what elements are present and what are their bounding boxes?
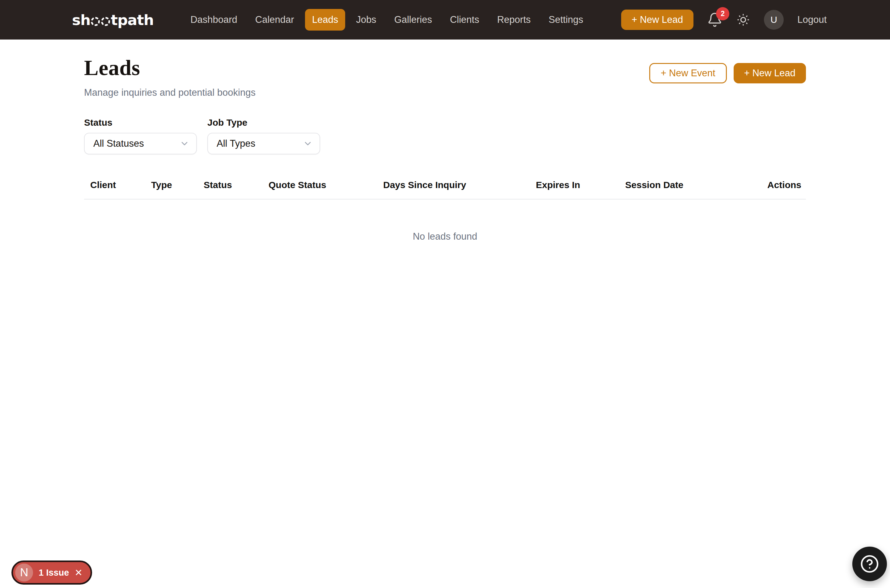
page-header-actions: + New Event + New Lead bbox=[649, 63, 806, 83]
close-icon[interactable]: ✕ bbox=[74, 568, 83, 578]
nextjs-logo-icon: N bbox=[15, 564, 33, 582]
status-filter-select[interactable]: All Statuses bbox=[84, 133, 197, 154]
theme-toggle[interactable] bbox=[736, 13, 750, 27]
new-event-button[interactable]: + New Event bbox=[649, 63, 727, 83]
col-actions: Actions bbox=[727, 180, 806, 199]
page-header: Leads Manage inquiries and potential boo… bbox=[84, 56, 806, 98]
empty-state-message: No leads found bbox=[84, 199, 806, 261]
job-type-filter-label: Job Type bbox=[207, 117, 320, 128]
nav-galleries[interactable]: Galleries bbox=[387, 9, 439, 31]
col-quote-status: Quote Status bbox=[262, 180, 377, 199]
sun-icon bbox=[736, 13, 750, 27]
new-lead-button-nav[interactable]: + New Lead bbox=[621, 10, 693, 30]
page-subtitle: Manage inquiries and potential bookings bbox=[84, 87, 256, 98]
main-nav: Dashboard Calendar Leads Jobs Galleries … bbox=[183, 9, 590, 31]
logo-o-icon bbox=[91, 17, 100, 26]
notifications-button[interactable]: 2 bbox=[707, 12, 723, 27]
logo-text-end: tpath bbox=[111, 11, 153, 28]
dev-issues-badge[interactable]: N 1 Issue ✕ bbox=[11, 561, 92, 585]
new-lead-button-page[interactable]: + New Lead bbox=[734, 63, 806, 83]
logo-o-icon bbox=[101, 17, 110, 26]
notification-badge: 2 bbox=[716, 7, 729, 20]
nav-settings[interactable]: Settings bbox=[541, 9, 590, 31]
avatar-initial: U bbox=[770, 15, 777, 25]
job-type-filter-value: All Types bbox=[216, 138, 255, 149]
logo[interactable]: sh tpath bbox=[72, 11, 153, 28]
nav-calendar[interactable]: Calendar bbox=[248, 9, 301, 31]
nav-reports[interactable]: Reports bbox=[490, 9, 538, 31]
status-filter-label: Status bbox=[84, 117, 197, 128]
col-days-since-inquiry: Days Since Inquiry bbox=[377, 180, 530, 199]
nav-jobs[interactable]: Jobs bbox=[349, 9, 383, 31]
help-icon bbox=[860, 554, 879, 573]
job-type-filter-group: Job Type All Types bbox=[207, 117, 320, 154]
leads-table-header: Client Type Status Quote Status Days Sin… bbox=[84, 180, 806, 199]
logo-text-start: sh bbox=[72, 11, 90, 28]
help-button[interactable] bbox=[852, 547, 887, 581]
issue-count-label: 1 Issue bbox=[39, 568, 69, 578]
logout-link[interactable]: Logout bbox=[797, 14, 827, 26]
avatar[interactable]: U bbox=[764, 10, 784, 30]
leads-table: Client Type Status Quote Status Days Sin… bbox=[84, 180, 806, 261]
chevron-down-icon bbox=[303, 139, 313, 148]
nav-leads[interactable]: Leads bbox=[305, 9, 345, 31]
col-expires-in: Expires In bbox=[530, 180, 619, 199]
col-type: Type bbox=[145, 180, 197, 199]
page-header-text: Leads Manage inquiries and potential boo… bbox=[84, 56, 256, 98]
navbar: sh tpath Dashboard Calendar Leads Jobs G… bbox=[0, 0, 890, 39]
status-filter-value: All Statuses bbox=[93, 138, 144, 149]
status-filter-group: Status All Statuses bbox=[84, 117, 197, 154]
empty-row: No leads found bbox=[84, 199, 806, 261]
nav-clients[interactable]: Clients bbox=[443, 9, 486, 31]
col-status: Status bbox=[197, 180, 262, 199]
main-content: Leads Manage inquiries and potential boo… bbox=[84, 39, 806, 261]
nav-dashboard[interactable]: Dashboard bbox=[183, 9, 244, 31]
page-title: Leads bbox=[84, 56, 256, 80]
col-session-date: Session Date bbox=[619, 180, 727, 199]
col-client: Client bbox=[84, 180, 145, 199]
navbar-actions: + New Lead 2 U Logout bbox=[621, 10, 827, 30]
job-type-filter-select[interactable]: All Types bbox=[207, 133, 320, 154]
filters-bar: Status All Statuses Job Type All Types bbox=[84, 117, 806, 154]
chevron-down-icon bbox=[180, 139, 189, 148]
